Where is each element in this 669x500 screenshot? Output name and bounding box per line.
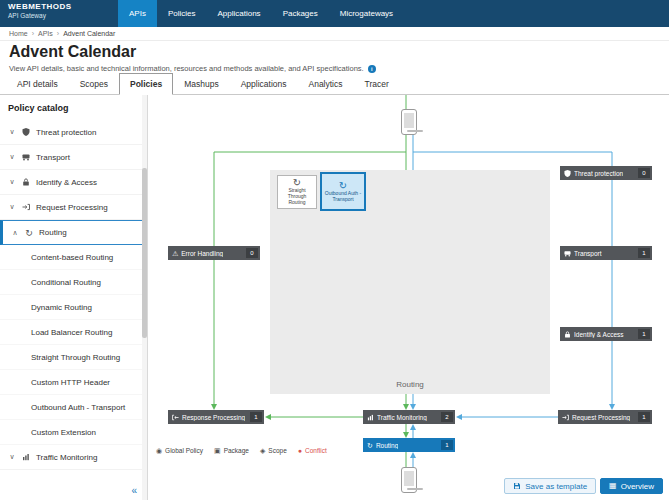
breadcrumb-home[interactable]: Home — [9, 30, 28, 37]
sidebar-title: Policy catalog — [0, 95, 147, 120]
save-icon — [513, 482, 521, 490]
breadcrumb: Home › APIs › Advent Calendar — [0, 27, 669, 41]
tab-tracer[interactable]: Tracer — [354, 73, 400, 94]
policy-catalog-sidebar: Policy catalog ∨ Threat protection ∨ Tra… — [0, 95, 148, 500]
tab-api-details[interactable]: API details — [6, 73, 69, 94]
sidebar-group-label: Routing — [39, 228, 67, 237]
lock-icon — [564, 331, 571, 338]
bus-icon — [21, 153, 31, 161]
api-gateway-app: WEBMETHODS API Gateway APIs Policies App… — [0, 0, 669, 500]
arrow-out-icon — [172, 414, 179, 421]
save-as-template-button[interactable]: Save as template — [504, 478, 596, 494]
tab-mashups[interactable]: Mashups — [173, 73, 230, 94]
legend-label: Conflict — [305, 447, 327, 454]
tab-scopes[interactable]: Scopes — [69, 73, 119, 94]
shield-icon — [564, 170, 571, 177]
phone-button — [407, 130, 423, 132]
bar-chart-icon — [367, 414, 374, 421]
client-device-icon — [401, 109, 417, 135]
sidebar-group-threat-protection[interactable]: ∨ Threat protection — [0, 120, 147, 145]
nav-item-packages[interactable]: Packages — [272, 0, 329, 27]
backend-device-icon — [401, 467, 417, 493]
page-title: Advent Calendar — [9, 43, 136, 61]
sidebar-group-traffic-monitoring[interactable]: ∨ Traffic Monitoring — [0, 445, 147, 470]
footer-actions: Save as template ▦ Overview — [504, 478, 663, 494]
sidebar-scrollbar[interactable] — [142, 95, 147, 500]
stage-label: Routing — [270, 380, 550, 389]
node-count: 1 — [638, 412, 650, 422]
routing-icon: ↻ — [24, 228, 34, 238]
shield-icon — [21, 128, 31, 136]
node-request-processing[interactable]: Request Processing 1 — [558, 410, 652, 424]
diagram-legend: ◉ Global Policy ▣ Package ◈ Scope ● Conf… — [156, 447, 327, 454]
node-threat-protection[interactable]: Threat protection 0 — [560, 166, 652, 180]
sidebar-group-transport[interactable]: ∨ Transport — [0, 145, 147, 170]
save-as-template-label: Save as template — [525, 482, 587, 491]
node-identify-access[interactable]: Identify & Access 1 — [560, 327, 652, 341]
tab-analytics[interactable]: Analytics — [297, 73, 353, 94]
conflict-icon: ● — [298, 447, 302, 454]
scope-icon: ◈ — [260, 447, 265, 454]
page-description-row: View API details, basic and technical in… — [9, 64, 376, 73]
sidebar-item-content-based-routing[interactable]: Content-based Routing — [0, 245, 147, 270]
chevron-down-icon: ∨ — [8, 128, 16, 136]
node-transport[interactable]: Transport 1 — [560, 246, 652, 260]
node-error-handling[interactable]: ⚠ Error Handling 0 — [168, 246, 260, 260]
phone-button — [407, 488, 423, 490]
sidebar-item-load-balancer-routing[interactable]: Load Balancer Routing — [0, 320, 147, 345]
policy-card-outbound-auth-transport[interactable]: ↻ Outbound Auth - Transport — [320, 172, 366, 211]
nav-item-applications[interactable]: Applications — [206, 0, 271, 27]
tab-applications[interactable]: Applications — [230, 73, 298, 94]
sidebar-item-custom-http-header[interactable]: Custom HTTP Header — [0, 370, 147, 395]
circular-arrows-icon: ↻ — [367, 442, 373, 449]
node-label: Traffic Monitoring — [377, 414, 427, 421]
phone-screen — [404, 471, 414, 486]
brand-line2: API Gateway — [8, 12, 108, 19]
overview-button[interactable]: ▦ Overview — [600, 478, 663, 494]
chevron-up-icon: ∧ — [11, 229, 19, 237]
node-label: Request Processing — [572, 414, 630, 421]
chevron-down-icon: ∨ — [8, 178, 16, 186]
nav-item-apis[interactable]: APIs — [118, 0, 157, 27]
policy-card-label: Straight Through Routing — [279, 188, 315, 205]
sidebar-group-routing[interactable]: ∧ ↻ Routing — [0, 220, 147, 245]
legend-package: ▣ Package — [214, 447, 249, 454]
chevron-down-icon: ∨ — [8, 453, 16, 461]
node-label: Response Processing — [182, 414, 245, 421]
sidebar-group-request-processing[interactable]: ∨ Request Processing — [0, 195, 147, 220]
page-description: View API details, basic and technical in… — [9, 64, 364, 73]
chevron-down-icon: ∨ — [8, 153, 16, 161]
global-policy-icon: ◉ — [156, 447, 162, 454]
node-traffic-monitoring[interactable]: Traffic Monitoring 2 — [363, 410, 455, 424]
tab-policies[interactable]: Policies — [119, 73, 173, 95]
arrow-in-icon — [21, 203, 31, 211]
node-count: 0 — [246, 248, 258, 258]
policy-flow-canvas: ↻ Straight Through Routing ↻ Outbound Au… — [148, 95, 669, 500]
sidebar-item-dynamic-routing[interactable]: Dynamic Routing — [0, 295, 147, 320]
sidebar-item-custom-extension[interactable]: Custom Extension — [0, 420, 147, 445]
sidebar-item-straight-through-routing[interactable]: Straight Through Routing — [0, 345, 147, 370]
legend-label: Package — [224, 447, 249, 454]
sidebar-group-identify-access[interactable]: ∨ Identify & Access — [0, 170, 147, 195]
node-routing[interactable]: ↻ Routing 1 — [363, 438, 455, 452]
node-count: 2 — [441, 412, 453, 422]
sidebar-collapse-button[interactable]: « — [131, 485, 137, 496]
node-count: 1 — [441, 440, 453, 450]
policy-card-straight-through-routing[interactable]: ↻ Straight Through Routing — [277, 175, 317, 209]
top-navigation: WEBMETHODS API Gateway APIs Policies App… — [0, 0, 669, 27]
node-count: 1 — [638, 248, 650, 258]
overview-label: Overview — [621, 482, 654, 491]
grid-icon: ▦ — [609, 482, 617, 490]
scrollbar-thumb[interactable] — [142, 168, 147, 338]
node-label: Threat protection — [574, 170, 623, 177]
nav-item-microgateways[interactable]: Microgateways — [329, 0, 404, 27]
brand-logo: WEBMETHODS API Gateway — [0, 0, 118, 27]
nav-items: APIs Policies Applications Packages Micr… — [118, 0, 404, 27]
sidebar-item-outbound-auth-transport[interactable]: Outbound Auth - Transport — [0, 395, 147, 420]
node-label: Transport — [574, 250, 602, 257]
sidebar-item-conditional-routing[interactable]: Conditional Routing — [0, 270, 147, 295]
nav-item-policies[interactable]: Policies — [157, 0, 207, 27]
node-response-processing[interactable]: Response Processing 1 — [168, 410, 264, 424]
info-icon[interactable]: i — [368, 65, 376, 73]
breadcrumb-apis[interactable]: APIs — [38, 30, 53, 37]
